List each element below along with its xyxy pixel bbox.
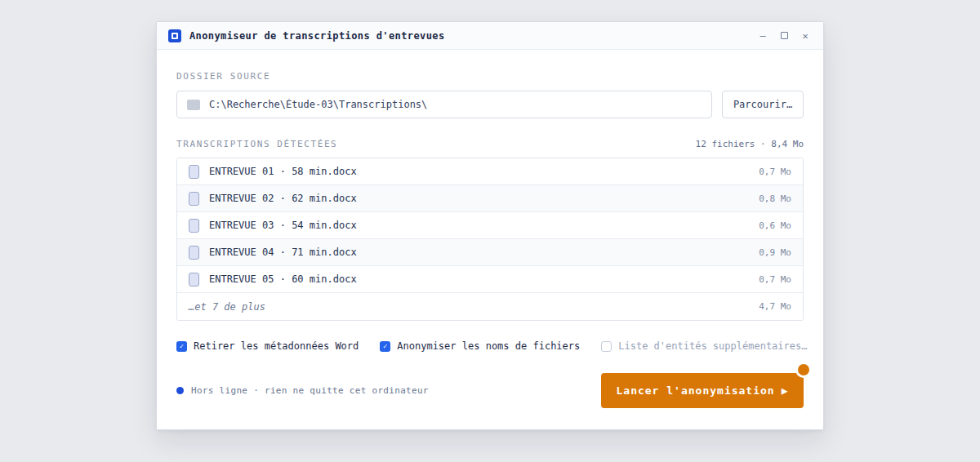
files-summary: 12 fichiers · 8,4 Mo (696, 139, 804, 149)
file-name: ENTREVUE 05 · 60 min.docx (209, 273, 749, 285)
file-row[interactable]: ENTREVUE 02 · 62 min.docx 0,8 Mo (177, 185, 803, 212)
more-files-label: …et 7 de plus (189, 301, 749, 313)
window-controls: – ✕ (756, 29, 812, 42)
file-name: ENTREVUE 02 · 62 min.docx (209, 193, 749, 204)
file-row[interactable]: ENTREVUE 03 · 54 min.docx 0,6 Mo (177, 212, 803, 239)
file-size: 0,8 Mo (759, 193, 791, 204)
action-wrap: Lancer l'anonymisation ▶ (601, 373, 804, 408)
more-files-row[interactable]: …et 7 de plus 4,7 Mo (177, 293, 803, 320)
options-row: ✓ Retirer les métadonnées Word ✓ Anonymi… (176, 340, 804, 352)
checkbox-checked-icon[interactable]: ✓ (176, 341, 187, 352)
files-header: TRANSCRIPTIONS DÉTECTÉES 12 fichiers · 8… (176, 139, 804, 149)
file-name: ENTREVUE 01 · 58 min.docx (209, 166, 749, 177)
file-name: ENTREVUE 03 · 54 min.docx (209, 220, 749, 231)
file-name: ENTREVUE 04 · 71 min.docx (209, 247, 749, 258)
status-dot-icon (176, 387, 184, 394)
file-row[interactable]: ENTREVUE 04 · 71 min.docx 0,9 Mo (177, 239, 803, 266)
checkbox-checked-icon[interactable]: ✓ (380, 341, 390, 352)
footer-row: Hors ligne · rien ne quitte cet ordinate… (176, 373, 804, 408)
file-size: 0,9 Mo (759, 247, 791, 258)
source-path-box (176, 91, 712, 118)
option-label: Anonymiser les noms de fichiers (397, 340, 580, 352)
option-label: Retirer les métadonnées Word (194, 340, 359, 352)
file-size: 0,7 Mo (759, 274, 791, 285)
file-row[interactable]: ENTREVUE 05 · 60 min.docx 0,7 Mo (177, 266, 803, 293)
document-icon (189, 246, 199, 260)
app-window: Anonymiseur de transcriptions d'entrevue… (156, 21, 824, 430)
source-path-input[interactable] (209, 99, 702, 110)
files-section-label: TRANSCRIPTIONS DÉTECTÉES (176, 139, 337, 149)
more-files-size: 4,7 Mo (759, 301, 791, 312)
status-text: Hors ligne · rien ne quitte cet ordinate… (191, 385, 429, 396)
file-size: 0,6 Mo (759, 220, 791, 231)
minimize-button[interactable]: – (756, 29, 769, 42)
titlebar: Anonymiseur de transcriptions d'entrevue… (157, 22, 823, 50)
checkbox-unchecked-icon[interactable] (601, 341, 612, 352)
document-icon (189, 192, 199, 206)
folder-icon (187, 100, 200, 110)
notification-badge (795, 362, 812, 378)
option-remove-metadata[interactable]: ✓ Retirer les métadonnées Word (176, 340, 359, 352)
source-section-label: DOSSIER SOURCE (176, 71, 804, 82)
offline-status: Hors ligne · rien ne quitte cet ordinate… (176, 385, 429, 396)
source-row: Parcourir… (176, 91, 804, 118)
option-label: Liste d'entités supplémentaires… (618, 340, 807, 352)
file-list: ENTREVUE 01 · 58 min.docx 0,7 Mo ENTREVU… (176, 158, 804, 321)
maximize-button[interactable] (777, 29, 791, 42)
browse-button[interactable]: Parcourir… (722, 91, 804, 118)
close-button[interactable]: ✕ (799, 29, 812, 42)
window-title: Anonymiseur de transcriptions d'entrevue… (189, 30, 445, 42)
window-content: DOSSIER SOURCE Parcourir… TRANSCRIPTIONS… (157, 71, 823, 408)
document-icon (189, 165, 199, 179)
document-icon (189, 273, 199, 287)
launch-button-label: Lancer l'anonymisation (616, 384, 774, 397)
launch-anonymization-button[interactable]: Lancer l'anonymisation ▶ (601, 373, 804, 408)
file-size: 0,7 Mo (759, 167, 791, 177)
app-icon (168, 29, 181, 42)
file-row[interactable]: ENTREVUE 01 · 58 min.docx 0,7 Mo (177, 158, 803, 185)
option-extra-entities[interactable]: Liste d'entités supplémentaires… (601, 340, 807, 352)
app-icon-glyph (172, 33, 178, 39)
document-icon (189, 219, 199, 233)
maximize-icon (781, 32, 788, 39)
option-anonymize-filenames[interactable]: ✓ Anonymiser les noms de fichiers (380, 340, 580, 352)
play-icon: ▶ (782, 384, 789, 397)
